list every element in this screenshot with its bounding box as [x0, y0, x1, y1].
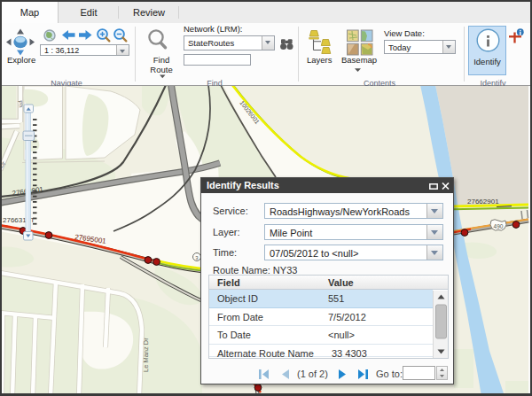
svg-text:Le Manz Dr: Le Manz Dr: [142, 338, 150, 372]
svg-text:490: 490: [494, 223, 504, 229]
svg-text:27662901: 27662901: [467, 198, 499, 206]
